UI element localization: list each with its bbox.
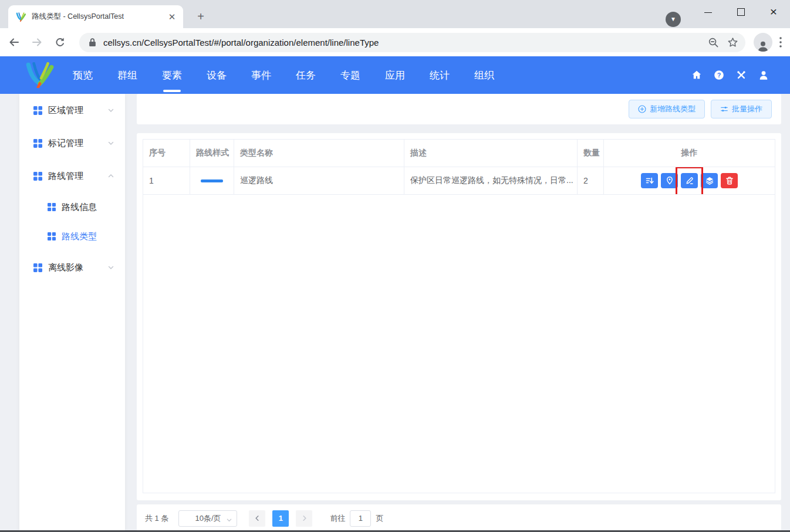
nav-item-events[interactable]: 事件 <box>251 66 271 84</box>
prev-page-button[interactable] <box>249 510 265 527</box>
app-navbar: 预览 群组 要素 设备 事件 任务 专题 应用 统计 组织 ? <box>0 56 790 94</box>
pagination-bar: 共 1 条 10条/页 1 前往 页 <box>137 504 781 532</box>
cell-description: 保护区日常巡逻路线，如无特殊情况，日常... <box>404 167 578 194</box>
route-line-sample <box>201 179 223 182</box>
chevron-down-icon <box>107 107 114 114</box>
col-header-line-style: 路线样式 <box>190 140 234 167</box>
close-button[interactable]: × <box>757 0 790 23</box>
minimize-button[interactable] <box>691 0 724 23</box>
add-route-type-button[interactable]: 新增路线类型 <box>629 100 705 118</box>
downloads-button[interactable]: ▼ <box>666 12 681 27</box>
batch-operation-button[interactable]: 批量操作 <box>711 100 772 118</box>
sidebar-item-route-type[interactable]: 路线类型 <box>19 222 125 251</box>
browser-tab[interactable]: 路线类型 - CellsysPortalTest ✕ <box>8 5 183 28</box>
url-bar[interactable]: cellsys.cn/CellsysPortalTest/#/portal/or… <box>79 33 745 52</box>
sidebar-item-marker-management[interactable]: 标记管理 <box>19 127 125 160</box>
cell-no: 1 <box>143 167 190 194</box>
goto-label: 前往 <box>330 513 345 524</box>
batch-sliders-icon <box>720 105 728 113</box>
url-text[interactable]: cellsys.cn/CellsysPortalTest/#/portal/or… <box>103 38 700 48</box>
page-size-select[interactable]: 10条/页 <box>178 510 237 527</box>
next-page-button[interactable] <box>296 510 312 527</box>
chevron-right-icon <box>301 515 308 521</box>
help-icon[interactable]: ? <box>714 70 724 80</box>
favicon-bird-icon <box>15 12 26 22</box>
sidebar-item-route-info[interactable]: 路线信息 <box>19 192 125 222</box>
main-menu: 预览 群组 要素 设备 事件 任务 专题 应用 统计 组织 <box>73 66 494 84</box>
svg-text:?: ? <box>717 72 721 79</box>
page-unit-label: 页 <box>376 513 383 524</box>
tools-icon[interactable] <box>736 70 747 80</box>
tab-title: 路线类型 - CellsysPortalTest <box>32 12 167 22</box>
sidebar-item-area-management[interactable]: 区域管理 <box>19 94 125 127</box>
nav-item-preview[interactable]: 预览 <box>73 66 93 84</box>
chevron-up-icon <box>107 172 114 179</box>
chevron-down-icon <box>107 264 114 271</box>
nav-item-apps[interactable]: 应用 <box>385 66 405 84</box>
profile-avatar[interactable] <box>754 33 772 52</box>
grid-icon <box>33 263 42 272</box>
sidebar-item-offline-imagery[interactable]: 离线影像 <box>19 251 125 284</box>
lock-icon <box>89 38 96 47</box>
map-locate-button[interactable] <box>661 173 678 188</box>
forward-icon[interactable] <box>28 33 46 51</box>
refresh-icon[interactable] <box>51 33 69 51</box>
trash-icon <box>725 176 734 185</box>
nav-item-organization[interactable]: 组织 <box>474 66 494 84</box>
nav-item-topics[interactable]: 专题 <box>340 66 360 84</box>
nav-item-tasks[interactable]: 任务 <box>296 66 316 84</box>
cell-type-name: 巡逻路线 <box>234 167 404 194</box>
tab-close-icon[interactable]: ✕ <box>167 12 177 22</box>
nav-item-elements[interactable]: 要素 <box>162 66 182 84</box>
col-header-no: 序号 <box>143 140 190 167</box>
delete-button[interactable] <box>721 173 738 188</box>
back-icon[interactable] <box>5 33 23 51</box>
content-toolbar: 新增路线类型 批量操作 <box>137 94 781 124</box>
total-count-label: 共 1 条 <box>145 513 168 524</box>
sort-down-icon <box>645 176 654 185</box>
layers-icon <box>705 176 714 185</box>
zoom-out-icon[interactable] <box>708 37 719 48</box>
goto-page-input[interactable] <box>350 510 371 527</box>
maximize-button[interactable] <box>724 0 757 23</box>
grid-icon <box>48 232 56 240</box>
nav-item-statistics[interactable]: 统计 <box>430 66 450 84</box>
table-row: 1 巡逻路线 保护区日常巡逻路线，如无特殊情况，日常... 2 <box>143 167 775 195</box>
nav-item-devices[interactable]: 设备 <box>207 66 227 84</box>
col-header-count: 数量 <box>578 140 604 167</box>
home-icon[interactable] <box>691 70 702 80</box>
app-logo-bird-icon <box>23 62 55 88</box>
main-content: 新增路线类型 批量操作 序号 路线样式 类型名称 描述 数量 操作 1 <box>137 94 781 532</box>
route-type-table-card: 序号 路线样式 类型名称 描述 数量 操作 1 巡逻路线 保护区日常巡逻路线，如… <box>137 133 781 500</box>
edit-button[interactable] <box>681 173 698 188</box>
cell-count: 2 <box>578 167 604 194</box>
import-sort-button[interactable] <box>641 173 658 188</box>
sidebar-item-route-management[interactable]: 路线管理 <box>19 160 125 192</box>
browser-window: 路线类型 - CellsysPortalTest ✕ + ▼ × cellsys… <box>0 0 790 532</box>
layers-button[interactable] <box>701 173 718 188</box>
user-icon[interactable] <box>758 70 769 80</box>
grid-icon <box>48 203 56 211</box>
chevron-left-icon <box>254 515 261 521</box>
col-header-actions: 操作 <box>604 140 775 167</box>
browser-toolbar: cellsys.cn/CellsysPortalTest/#/portal/or… <box>0 28 790 56</box>
bookmark-star-icon[interactable] <box>727 37 738 48</box>
grid-icon <box>33 172 42 181</box>
table-header-row: 序号 路线样式 类型名称 描述 数量 操作 <box>143 140 775 167</box>
browser-menu-icon[interactable] <box>779 37 782 48</box>
cell-actions <box>604 167 775 194</box>
grid-icon <box>33 139 42 148</box>
plus-circle-icon <box>638 105 646 113</box>
col-header-type-name: 类型名称 <box>234 140 404 167</box>
current-page-button[interactable]: 1 <box>272 510 289 527</box>
sidebar: 区域管理 标记管理 路线管理 路线信息 路线类型 离线影像 <box>19 94 125 530</box>
new-tab-button[interactable]: + <box>194 10 208 24</box>
grid-icon <box>33 106 42 115</box>
map-pin-icon <box>665 176 674 185</box>
col-header-description: 描述 <box>404 140 578 167</box>
navbar-right-icons: ? <box>691 70 769 80</box>
nav-item-groups[interactable]: 群组 <box>117 66 137 84</box>
tab-strip: 路线类型 - CellsysPortalTest ✕ + ▼ × <box>0 0 790 28</box>
edit-pencil-icon <box>685 176 694 185</box>
window-controls: × <box>691 0 790 23</box>
